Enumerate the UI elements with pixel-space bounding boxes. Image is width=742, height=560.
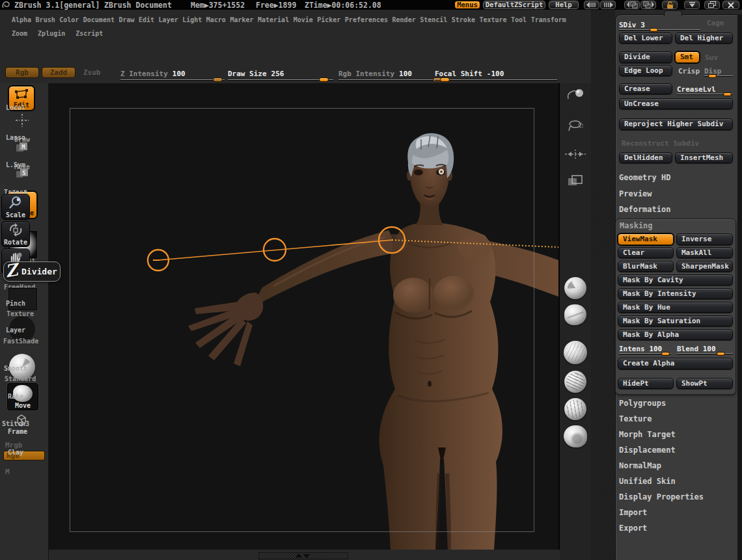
slider-track[interactable] [619,29,700,30]
menu-item[interactable]: Tool [511,16,527,23]
mask-by-cavity-button[interactable]: Mask By Cavity [618,274,733,286]
menu-item[interactable]: Marker [230,16,253,23]
panel-section-header[interactable]: Preview [619,189,670,206]
dock-panel-right-icon[interactable] [640,1,656,9]
uncrease-button[interactable]: UnCrease [619,98,733,109]
brush-rake-thumbnail[interactable] [564,371,586,393]
show-pt-button[interactable]: ShowPt [676,378,733,389]
rgb-toggle-button[interactable]: Rgb [5,67,39,78]
crease-button[interactable]: Crease [619,83,672,94]
menu-item[interactable]: Edit [139,16,154,23]
move-tool-button[interactable]: M Move [10,140,34,163]
brush-stitch3-thumbnail[interactable] [564,398,586,420]
slider-handle[interactable] [319,77,329,82]
blur-mask-button[interactable]: BlurMask [618,261,674,272]
inverse-button[interactable]: Inverse [676,233,733,245]
menu-item[interactable]: Picker [317,16,340,23]
scale-tool-button[interactable]: S Scale [10,167,34,189]
dock-panel-left-icon[interactable] [624,1,640,9]
canvas-rotate-button[interactable]: Rotate [1,221,30,247]
cage-toggle[interactable]: Cage [707,19,724,27]
model-figure[interactable] [49,83,558,550]
panel-section-header[interactable]: Export [619,524,704,539]
panel-section-header[interactable]: Polygroups [619,399,704,414]
menus-button[interactable]: Menus [454,1,480,9]
scroll-up-icon[interactable] [295,553,302,557]
menu-item[interactable]: Zscript [76,30,103,37]
mask-by-saturation-button[interactable]: Mask By Saturation [618,315,733,327]
sharpen-mask-button[interactable]: SharpenMask [676,261,733,272]
mask-by-hue-button[interactable]: Mask By Hue [618,302,733,313]
z-intensity-slider[interactable]: Z Intensity100 [120,66,225,82]
lock-icon[interactable] [662,1,678,9]
slider-handle[interactable] [440,77,450,82]
panel-section-header[interactable]: Texture [619,414,704,430]
slider-handle[interactable] [650,28,658,32]
local-icon[interactable] [566,88,585,103]
menu-item[interactable]: Preferences [345,16,388,23]
mask-by-intensity-button[interactable]: Mask By Intensity [618,288,733,299]
crisp-toggle[interactable]: Crisp [678,67,700,75]
menu-item[interactable]: Color [59,16,79,23]
slider-handle[interactable] [708,74,717,78]
menu-item[interactable]: Zplugin [38,30,65,37]
slider-track[interactable] [435,79,557,80]
menu-item[interactable]: Material [258,16,289,23]
menu-item[interactable]: Texture [479,16,506,23]
blend-slider[interactable]: Blend 100 [677,341,733,354]
divide-button[interactable]: Divide [619,51,672,63]
reproject-higher-subdiv-button[interactable]: Reproject Higher Subdiv [619,118,733,130]
brush-pinch-thumbnail[interactable] [564,277,586,299]
panel-section-header[interactable]: Unified Skin [619,477,704,492]
view-mask-button[interactable]: ViewMask [618,233,674,245]
document-canvas[interactable] [49,83,560,550]
zsub-label[interactable]: Zsub [83,68,101,77]
menu-item[interactable]: Document [83,16,115,23]
lasso-icon[interactable] [566,118,585,133]
del-lower-button[interactable]: Del Lower [619,33,672,44]
help-button[interactable]: Help [549,1,579,9]
menu-item[interactable]: Draw [118,16,134,23]
mask-by-alpha-button[interactable]: Mask By Alpha [618,329,733,340]
del-hidden-button[interactable]: DelHidden [619,152,672,163]
clear-mask-button[interactable]: Clear [618,247,674,258]
transp-icon[interactable] [567,174,584,187]
focal-shift-slider[interactable]: Focal Shift-100 [435,66,557,82]
draw-size-slider[interactable]: Draw Size256 [228,66,333,82]
slider-track[interactable] [338,79,443,80]
scroll-down-icon[interactable] [303,554,310,558]
tray-divider-strip[interactable] [591,10,615,560]
crease-lvl-slider[interactable]: CreaseLvl 15 [677,82,733,95]
draw-tool-button[interactable]: Draw [10,113,34,135]
menu-item[interactable]: Stroke [452,16,475,23]
mask-all-button[interactable]: MaskAll [676,247,733,258]
panel-section-header[interactable]: Display Properties [619,492,704,508]
default-zscript-button[interactable]: DefaultZScript [483,1,545,9]
panel-section-header[interactable]: Displacement [619,446,704,461]
scroll-left-icon[interactable] [584,1,599,9]
menu-item[interactable]: Movie [294,16,313,23]
panel-section-header[interactable]: NormalMap [619,461,704,477]
disp-slider[interactable]: Disp [704,64,733,77]
slider-track[interactable] [120,79,225,80]
m-toggle[interactable]: M [5,468,10,476]
insert-mesh-button[interactable]: InsertMesh [675,152,733,163]
suv-toggle[interactable]: Suv [705,53,718,62]
edge-loop-button[interactable]: Edge Loop [619,65,672,76]
slider-handle[interactable] [723,92,732,96]
menu-item[interactable]: Light [182,16,202,23]
menu-item[interactable]: Brush [36,16,55,23]
hide-pt-button[interactable]: HidePt [618,378,674,389]
menu-item[interactable]: Zoom [12,30,27,37]
menu-item[interactable]: Transform [531,16,566,23]
slider-handle[interactable] [661,352,670,356]
sdiv-slider[interactable]: SDiv 3 [619,18,700,31]
minimize-icon[interactable] [684,1,700,9]
del-higher-button[interactable]: Del Higher [675,33,733,44]
canvas-scale-button[interactable]: Scale [1,194,30,220]
menu-item[interactable]: Render [392,16,416,23]
panel-section-header[interactable]: Morph Target [619,430,704,446]
brush-clay-thumbnail[interactable] [564,425,587,447]
brush-smooth-thumbnail[interactable] [564,341,587,364]
rgb-intensity-slider[interactable]: Rgb Intensity100 [338,66,443,82]
